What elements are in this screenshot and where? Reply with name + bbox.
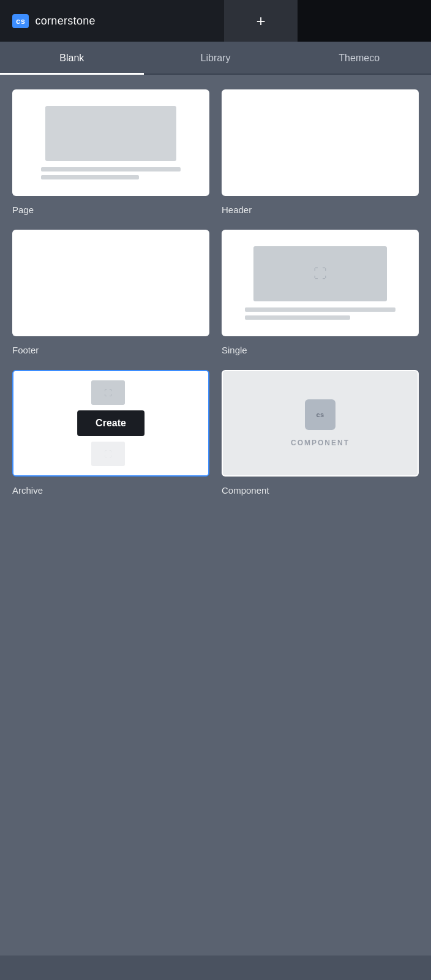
image-icon: ⛶ (104, 388, 112, 398)
image-icon: ⛶ (313, 266, 327, 282)
line (41, 175, 139, 179)
logo-badge: cs (12, 14, 29, 28)
logo-area: cs cornerstone (0, 0, 224, 42)
component-preview-area: cs COMPONENT (223, 371, 418, 475)
page-image-placeholder (45, 106, 177, 161)
component-logo: cs (305, 399, 335, 430)
archive-thumb: ⛶ (91, 442, 125, 466)
card-page-label: Page (12, 198, 209, 217)
archive-row-3: ⛶ (91, 442, 131, 466)
tab-library[interactable]: Library (144, 43, 288, 75)
card-footer-label: Footer (12, 339, 209, 358)
archive-preview-area: ⛶ ⛶ (13, 371, 208, 475)
tab-blank[interactable]: Blank (0, 43, 144, 75)
card-archive[interactable]: ⛶ ⛶ (12, 370, 209, 477)
card-header-label: Header (222, 198, 419, 217)
single-lines (245, 307, 396, 320)
line (245, 307, 396, 312)
header-preview-area (223, 91, 418, 195)
add-button[interactable]: + (224, 0, 298, 42)
card-component-label: Component (222, 479, 419, 498)
tab-bar: Blank Library Themeco (0, 42, 431, 75)
tab-themeco[interactable]: Themeco (287, 43, 431, 75)
footer-preview-area (13, 231, 208, 335)
image-icon: ⛶ (104, 450, 112, 459)
card-single[interactable]: ⛶ (222, 230, 419, 336)
page-preview (13, 91, 208, 195)
line (245, 315, 351, 320)
card-single-label: Single (222, 339, 419, 358)
archive-row-1: ⛶ (91, 380, 131, 405)
create-button[interactable]: Create (77, 410, 144, 436)
page-lines (41, 167, 181, 179)
card-header[interactable] (222, 89, 419, 196)
card-page[interactable] (12, 89, 209, 196)
card-archive-label: Archive (12, 479, 209, 498)
single-image-placeholder: ⛶ (253, 246, 387, 301)
archive-thumb: ⛶ (91, 380, 125, 405)
template-grid: Page Header Footer ⛶ Single (0, 75, 431, 513)
single-preview-area: ⛶ (223, 231, 418, 335)
logo-text: cornerstone (35, 15, 95, 28)
component-label-text: COMPONENT (291, 439, 350, 447)
card-component[interactable]: cs COMPONENT (222, 370, 419, 477)
header-right-panel (298, 0, 431, 42)
line (41, 167, 181, 172)
app-header: cs cornerstone + (0, 0, 431, 42)
card-footer[interactable] (12, 230, 209, 336)
bottom-bar (0, 956, 431, 980)
